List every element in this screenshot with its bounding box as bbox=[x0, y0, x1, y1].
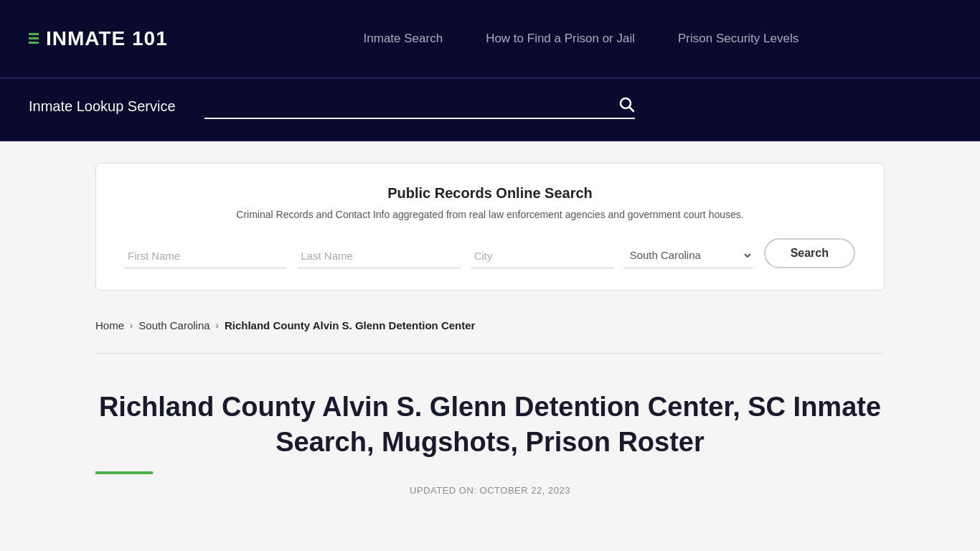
last-name-input[interactable] bbox=[298, 244, 460, 268]
search-bar-section: Inmate Lookup Service bbox=[0, 79, 980, 141]
main-content: Public Records Online Search Criminal Re… bbox=[0, 141, 980, 551]
nav-link-security-levels[interactable]: Prison Security Levels bbox=[678, 32, 798, 45]
lookup-search-input[interactable] bbox=[204, 93, 635, 119]
city-input[interactable] bbox=[471, 244, 613, 268]
breadcrumb: Home › South Carolina › Richland County … bbox=[95, 319, 885, 331]
city-field bbox=[471, 244, 613, 268]
public-records-box: Public Records Online Search Criminal Re… bbox=[95, 163, 885, 291]
state-select[interactable]: South Carolina Alabama Alaska Arizona Ar… bbox=[624, 242, 753, 268]
nav-item-inmate-search[interactable]: Inmate Search bbox=[364, 32, 443, 46]
page-title-section: Richland County Alvin S. Glenn Detention… bbox=[95, 375, 885, 503]
updated-text: UPDATED ON: OCTOBER 22, 2023 bbox=[95, 485, 885, 496]
public-records-subtitle: Criminal Records and Contact Info aggreg… bbox=[125, 209, 855, 220]
search-form: South Carolina Alabama Alaska Arizona Ar… bbox=[125, 238, 855, 268]
title-underline bbox=[95, 471, 153, 474]
last-name-field bbox=[298, 244, 460, 268]
nav-link-how-to-find[interactable]: How to Find a Prison or Jail bbox=[486, 32, 635, 45]
breadcrumb-section: Home › South Carolina › Richland County … bbox=[95, 312, 885, 339]
breadcrumb-state[interactable]: South Carolina bbox=[138, 319, 209, 331]
breadcrumb-chevron-2: › bbox=[216, 320, 219, 331]
nav-link-inmate-search[interactable]: Inmate Search bbox=[364, 32, 443, 45]
nav-item-security-levels[interactable]: Prison Security Levels bbox=[678, 32, 798, 46]
public-records-title: Public Records Online Search bbox=[125, 185, 855, 202]
logo-text: INMATE 101 bbox=[46, 27, 168, 50]
lookup-search-button[interactable] bbox=[618, 95, 635, 117]
nav-item-how-to-find[interactable]: How to Find a Prison or Jail bbox=[486, 32, 635, 46]
first-name-input[interactable] bbox=[125, 244, 287, 268]
svg-line-1 bbox=[629, 108, 633, 112]
breadcrumb-divider bbox=[95, 353, 885, 354]
public-records-search-button[interactable]: Search bbox=[764, 238, 855, 268]
breadcrumb-home[interactable]: Home bbox=[95, 319, 124, 331]
nav-links: Inmate Search How to Find a Prison or Ja… bbox=[211, 32, 951, 46]
logo-icon bbox=[29, 33, 39, 44]
breadcrumb-chevron-1: › bbox=[130, 320, 133, 331]
page-title: Richland County Alvin S. Glenn Detention… bbox=[95, 390, 885, 461]
state-field: South Carolina Alabama Alaska Arizona Ar… bbox=[624, 242, 753, 268]
breadcrumb-current: Richland County Alvin S. Glenn Detention… bbox=[225, 319, 475, 331]
first-name-field bbox=[125, 244, 287, 268]
search-input-wrap bbox=[204, 93, 635, 119]
top-navigation: INMATE 101 Inmate Search How to Find a P… bbox=[0, 0, 980, 79]
logo-link[interactable]: INMATE 101 bbox=[29, 27, 168, 50]
search-service-label: Inmate Lookup Service bbox=[29, 98, 176, 115]
